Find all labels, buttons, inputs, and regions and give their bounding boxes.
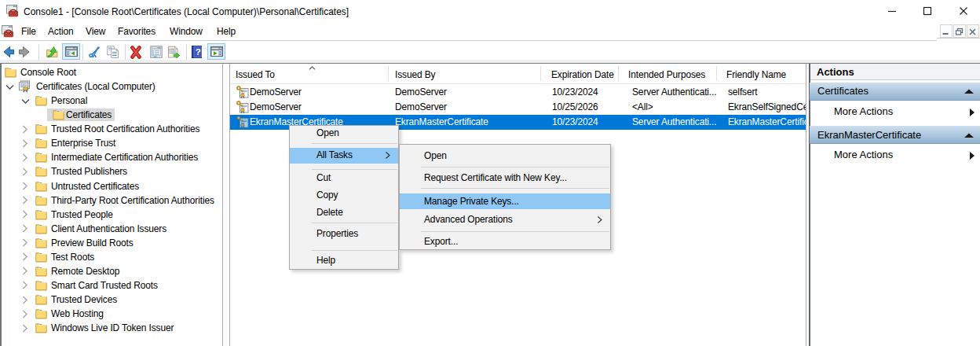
svg-text:?: ? bbox=[196, 47, 201, 57]
